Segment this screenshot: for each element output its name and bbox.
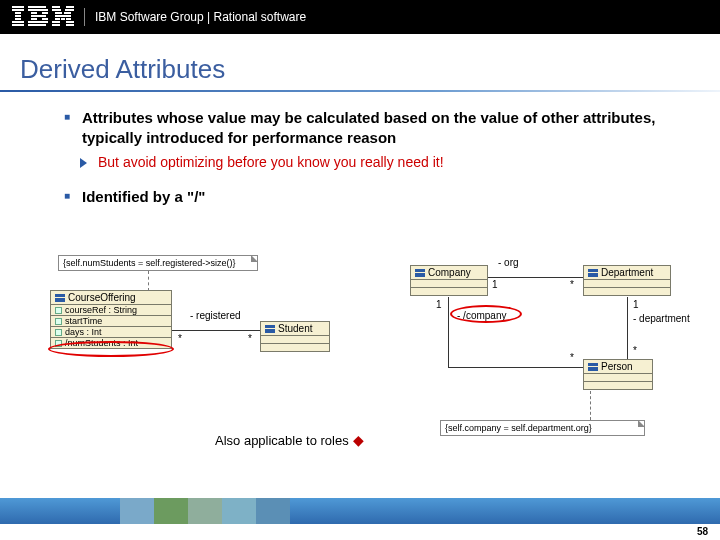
diagram-caption: Also applicable to roles◆ [215, 432, 364, 448]
class-name: Department [601, 267, 653, 278]
uml-diagram: {self.numStudents = self.registered->siz… [30, 255, 690, 450]
svg-rect-9 [31, 12, 37, 14]
content-area: Attributes whose value may be calculated… [64, 108, 680, 212]
svg-rect-24 [61, 18, 65, 20]
title-underline [0, 90, 720, 92]
svg-rect-10 [42, 12, 48, 14]
attr: courseRef : String [65, 305, 137, 315]
header-separator [84, 8, 85, 26]
svg-rect-20 [55, 12, 62, 14]
svg-rect-1 [12, 9, 24, 11]
mult: * [570, 352, 574, 363]
mult: * [570, 279, 574, 290]
svg-rect-8 [28, 9, 48, 11]
mult: 1 [633, 299, 639, 310]
svg-rect-5 [12, 21, 24, 23]
bullet-1: Attributes whose value may be calculated… [64, 108, 680, 149]
attr: days : Int [65, 327, 102, 337]
bullet-1-sub: But avoid optimizing before you know you… [64, 153, 680, 172]
role-department: - department [633, 313, 690, 324]
svg-rect-18 [52, 9, 61, 11]
svg-rect-4 [15, 18, 21, 20]
svg-rect-29 [66, 24, 74, 26]
page-title: Derived Attributes [20, 54, 225, 85]
class-icon [415, 269, 425, 277]
assoc-line [448, 367, 583, 368]
note-anchor-line [148, 271, 149, 291]
svg-rect-17 [66, 6, 74, 8]
diamond-icon: ◆ [353, 432, 364, 448]
footer-bar [0, 498, 720, 524]
svg-rect-12 [31, 18, 37, 20]
footer-decoration [120, 498, 290, 524]
highlight-company-role [450, 305, 522, 323]
page-number: 58 [697, 526, 708, 537]
class-name: Person [601, 361, 633, 372]
class-name: CourseOffering [68, 292, 136, 303]
header-bar: IBM Software Group | Rational software [0, 0, 720, 34]
ocl-note-left: {self.numStudents = self.registered->siz… [58, 255, 258, 271]
svg-rect-7 [28, 6, 46, 8]
class-name: Student [278, 323, 312, 334]
svg-rect-0 [12, 6, 24, 8]
svg-rect-15 [28, 24, 46, 26]
bullet-2: Identified by a "/" [64, 187, 680, 207]
svg-rect-22 [55, 15, 71, 17]
header-breadcrumb: IBM Software Group | Rational software [95, 10, 306, 24]
svg-rect-21 [64, 12, 71, 14]
class-icon [55, 294, 65, 302]
class-icon [265, 325, 275, 333]
svg-rect-6 [12, 24, 24, 26]
class-name: Company [428, 267, 471, 278]
mult: * [248, 333, 252, 344]
svg-rect-19 [65, 9, 74, 11]
attr: startTime [65, 316, 102, 326]
ibm-logo [12, 6, 74, 28]
highlight-numstudents [48, 341, 174, 357]
svg-rect-13 [42, 18, 48, 20]
class-company: Company [410, 265, 488, 296]
mult: * [633, 345, 637, 356]
class-student: Student [260, 321, 330, 352]
role-registered: - registered [190, 310, 241, 321]
role-org: - org [498, 257, 519, 268]
caption-text: Also applicable to roles [215, 433, 349, 448]
mult: * [178, 333, 182, 344]
class-icon [588, 363, 598, 371]
assoc-line [448, 297, 449, 367]
slide: IBM Software Group | Rational software D… [0, 0, 720, 540]
svg-rect-26 [52, 21, 60, 23]
svg-rect-16 [52, 6, 60, 8]
class-person: Person [583, 359, 653, 390]
assoc-line [172, 330, 260, 331]
svg-rect-27 [66, 21, 74, 23]
svg-rect-2 [15, 12, 21, 14]
svg-rect-28 [52, 24, 60, 26]
svg-rect-25 [66, 18, 71, 20]
svg-rect-11 [31, 15, 46, 17]
class-icon [588, 269, 598, 277]
svg-rect-23 [55, 18, 60, 20]
ocl-note-right: {self.company = self.department.org} [440, 420, 645, 436]
svg-rect-3 [15, 15, 21, 17]
note-anchor-line [590, 391, 591, 420]
assoc-line [488, 277, 583, 278]
mult: 1 [436, 299, 442, 310]
mult: 1 [492, 279, 498, 290]
class-department: Department [583, 265, 671, 296]
assoc-line [627, 297, 628, 359]
svg-rect-14 [28, 21, 48, 23]
